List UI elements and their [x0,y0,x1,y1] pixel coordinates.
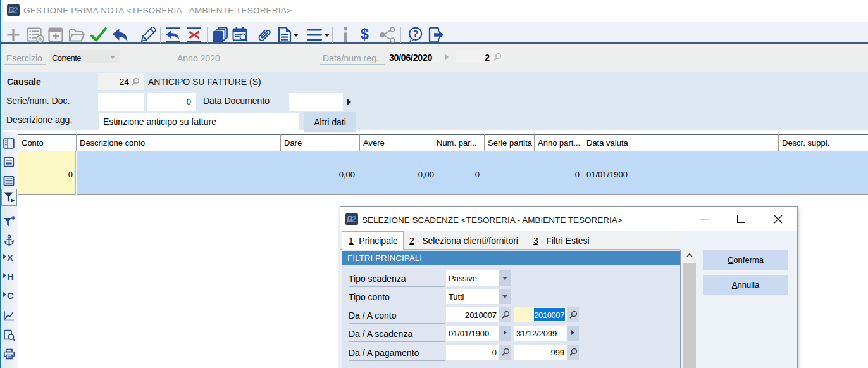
svg-text:?: ? [412,29,418,39]
